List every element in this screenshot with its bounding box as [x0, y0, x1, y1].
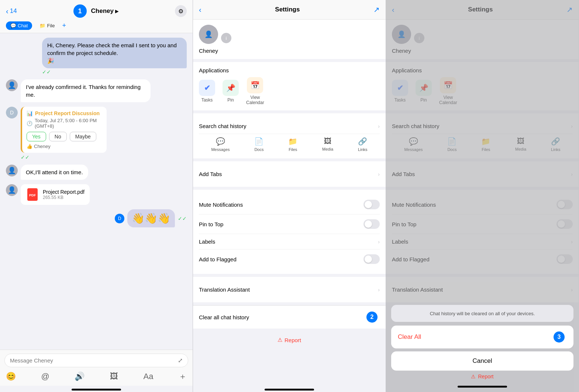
- message-bubble: Hi, Cheney. Please check the email I sen…: [42, 38, 187, 68]
- cancel-group: Cancel: [391, 351, 573, 371]
- search-messages[interactable]: 💬 Messages: [211, 137, 230, 152]
- docs-icon: 📄: [254, 137, 263, 146]
- settings-title: Settings: [275, 6, 300, 13]
- chevron-icon: ›: [378, 123, 380, 129]
- event-card: 📊 Project Report Discussion 🕐 Today, Jul…: [21, 107, 107, 153]
- app-pin[interactable]: 📌 Pin: [223, 80, 239, 103]
- step1-badge: 1: [73, 4, 87, 18]
- action-sheet-warning: Chat history will be cleared on all of y…: [391, 305, 573, 322]
- emoji-button[interactable]: 😊: [6, 372, 16, 381]
- cancel-button[interactable]: Cancel: [473, 357, 492, 364]
- clear-history-button[interactable]: Clear all chat history 2: [193, 305, 386, 329]
- settings-panel-2: ‹ Settings ↗ 👤 i Cheney Applications: [193, 0, 386, 392]
- expand-icon[interactable]: ⤢: [178, 357, 183, 364]
- app-view-calendar[interactable]: 📅 ViewCalendar: [246, 77, 264, 105]
- search-files[interactable]: 📁 Files: [288, 137, 297, 152]
- image-button[interactable]: 🖼: [110, 372, 118, 381]
- files-icon: 📁: [288, 137, 297, 146]
- file-bubble[interactable]: PDF Project Report.pdf 265.55 KB: [21, 184, 90, 205]
- report-section[interactable]: ⚠ Report: [193, 331, 386, 348]
- applications-section: Applications ✔ Tasks 📌 Pin 📅: [193, 62, 386, 110]
- flagged-toggle[interactable]: [363, 254, 380, 264]
- mute-toggle[interactable]: [363, 200, 380, 209]
- d-badge: D: [115, 214, 124, 223]
- add-tabs-row[interactable]: Add Tabs ›: [199, 166, 380, 182]
- pin-to-top-row: Pin to Top: [199, 214, 380, 234]
- calendar-icon: 📅: [247, 77, 263, 93]
- settings-button[interactable]: ⚙: [175, 5, 187, 17]
- settings-panel-3: ‹ Settings ↗ 👤 i Cheney Applications: [386, 0, 579, 392]
- warning-text: Chat history will be cleared on all of y…: [430, 311, 535, 316]
- chat-input-area: ⤢ 😊 @ 🔊 🖼 Aa ＋: [0, 350, 193, 386]
- event-message: D 📊 Project Report Discussion 🕐 Today, J…: [6, 107, 187, 160]
- message-input[interactable]: [10, 357, 175, 364]
- voice-button[interactable]: 🔊: [75, 372, 85, 381]
- search-docs[interactable]: 📄 Docs: [254, 137, 263, 152]
- cancel-button-row: Cancel: [391, 351, 573, 371]
- contact-avatar-large: 👤: [199, 25, 218, 44]
- back-arrow-icon: ‹: [6, 7, 8, 16]
- back-button[interactable]: ‹ 14: [6, 7, 17, 16]
- search-history-row[interactable]: Search chat history ›: [199, 118, 380, 134]
- report-row-3[interactable]: ⚠ Report: [391, 371, 573, 379]
- toggles-section: Mute Notifications Pin to Top Labels › A…: [193, 190, 386, 274]
- translation-row[interactable]: Translation Assistant ›: [199, 282, 380, 297]
- event-time: 🕐 Today, Jul 27, 5:00 - 6:00 PM (GMT+8): [27, 118, 102, 129]
- pin-top-toggle[interactable]: [363, 219, 380, 229]
- back-count: 14: [10, 7, 17, 15]
- apps-row: ✔ Tasks 📌 Pin 📅 ViewCalendar: [199, 77, 380, 105]
- labels-row[interactable]: Labels ›: [199, 234, 380, 250]
- message-out-1: Hi, Cheney. Please check the email I sen…: [42, 38, 187, 75]
- chat-tabs: 💬 Chat 📁 File +: [6, 21, 187, 33]
- translation-section: Translation Assistant ›: [193, 277, 386, 302]
- clear-all-button[interactable]: Clear All: [398, 333, 421, 341]
- no-button[interactable]: No: [49, 132, 67, 141]
- contact-avatar-small: i: [220, 32, 232, 44]
- add-tabs-section: Add Tabs ›: [193, 161, 386, 187]
- message-bubble: I've already comfirmed it. Thanks for re…: [21, 79, 151, 102]
- search-links[interactable]: 🔗 Links: [358, 137, 368, 152]
- home-indicator: [72, 389, 121, 391]
- share-button[interactable]: ↗: [373, 5, 380, 14]
- tab-file[interactable]: 📁 File: [35, 21, 59, 30]
- font-button[interactable]: Aa: [144, 372, 154, 381]
- more-button[interactable]: ＋: [179, 371, 187, 382]
- tab-add-button[interactable]: +: [62, 22, 66, 30]
- app-tasks[interactable]: ✔ Tasks: [199, 80, 215, 103]
- step2-badge: 2: [366, 312, 378, 323]
- emoji-message: D 👋👋👋 ✓✓: [115, 209, 187, 227]
- messages-icon: 💬: [216, 137, 225, 146]
- event-title: 📊 Project Report Discussion: [27, 110, 102, 116]
- chat-header: ‹ 14 1 Cheney ▸ ⚙ 💬 Chat 📁 File +: [0, 0, 193, 33]
- chevron-icon: ›: [378, 171, 380, 177]
- clear-all-group: Clear All 3: [391, 326, 573, 348]
- contact-card: 👤 i Cheney: [193, 20, 386, 59]
- home-indicator: [265, 389, 314, 391]
- mention-button[interactable]: @: [41, 372, 49, 381]
- tab-chat[interactable]: 💬 Chat: [6, 21, 32, 30]
- clear-all-row: Clear All 3: [391, 326, 573, 348]
- file-info: Project Report.pdf 265.55 KB: [43, 189, 85, 200]
- yes-button[interactable]: Yes: [27, 132, 46, 141]
- svg-text:PDF: PDF: [29, 193, 36, 197]
- pin-label: Pin: [227, 97, 234, 103]
- event-status-icon: ✓✓: [21, 154, 30, 160]
- clear-history-section: Clear all chat history 2: [193, 305, 386, 329]
- pdf-icon: PDF: [26, 188, 39, 201]
- search-history-section: Search chat history › 💬 Messages 📄 Docs …: [193, 113, 386, 158]
- maybe-button[interactable]: Maybe: [70, 132, 96, 141]
- messages-area: Hi, Cheney. Please check the email I sen…: [0, 33, 193, 350]
- tasks-label: Tasks: [201, 97, 213, 103]
- chat-panel: ‹ 14 1 Cheney ▸ ⚙ 💬 Chat 📁 File +: [0, 0, 193, 392]
- back-button[interactable]: ‹: [199, 6, 201, 14]
- emoji-status-icon: ✓✓: [178, 216, 187, 221]
- chat-toolbar: 😊 @ 🔊 🖼 Aa ＋: [4, 371, 188, 382]
- search-media[interactable]: 🖼 Media: [322, 137, 333, 152]
- tasks-icon: ✔: [199, 80, 215, 96]
- applications-label: Applications: [199, 67, 380, 73]
- avatar: 👤: [6, 165, 18, 176]
- settings-body: 👤 i Cheney Applications ✔ Tasks: [193, 20, 386, 386]
- emoji-bubble: 👋👋👋: [127, 209, 175, 227]
- step3-badge: 3: [554, 331, 565, 343]
- message-in-2: 👤 OK,I'll attend it on time.: [6, 165, 88, 180]
